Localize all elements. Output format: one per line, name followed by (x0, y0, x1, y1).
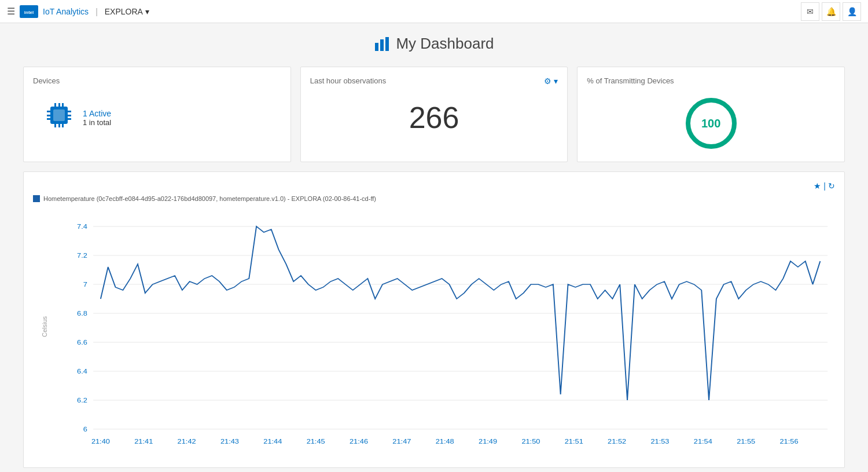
devices-card: Devices (23, 67, 291, 162)
svg-rect-14 (47, 115, 50, 116)
svg-rect-2 (375, 43, 378, 51)
transmitting-card-body: 100 (587, 94, 835, 152)
svg-text:21:56: 21:56 (779, 438, 798, 444)
observations-card-body: 266 (310, 94, 558, 141)
svg-rect-16 (68, 111, 71, 112)
svg-rect-18 (68, 118, 71, 120)
hamburger-icon[interactable]: ☰ (7, 6, 15, 17)
notifications-button[interactable]: 🔔 (822, 2, 840, 21)
svg-text:21:55: 21:55 (737, 438, 755, 444)
svg-text:21:45: 21:45 (307, 438, 325, 444)
active-count: 1 Active (83, 109, 111, 118)
pipe-separator: | (823, 181, 826, 191)
svg-rect-7 (54, 103, 56, 107)
chart-panel-header: ★ | ↻ (33, 181, 835, 191)
chip-icon (45, 101, 73, 135)
svg-rect-10 (54, 124, 56, 127)
account-dropdown-icon: ▾ (145, 7, 149, 16)
transmitting-card: % of Transmitting Devices 100 (577, 67, 845, 162)
svg-text:21:42: 21:42 (178, 438, 196, 444)
user-button[interactable]: 👤 (843, 2, 861, 21)
account-selector[interactable]: EXPLORA ▾ (105, 7, 149, 16)
legend-color-box (33, 195, 40, 202)
svg-text:7.2: 7.2 (77, 253, 87, 258)
svg-text:21:49: 21:49 (479, 438, 497, 444)
page-title-container: My Dashboard (23, 35, 845, 53)
devices-card-body: 1 Active 1 in total (33, 94, 281, 141)
svg-text:21:54: 21:54 (694, 438, 713, 444)
chart-panel: ★ | ↻ Hometemperature (0c7ecbff-e084-4d9… (23, 171, 845, 468)
donut-label: 100 (701, 117, 720, 130)
header-left: ☰ intel IoT Analytics | EXPLORA ▾ (7, 5, 801, 18)
chart-wrapper: Celsius 7.4 7.2 7 6.8 6.6 6.4 6.2 6 (56, 209, 835, 458)
app-title: IoT Analytics (43, 7, 89, 16)
svg-text:6.2: 6.2 (77, 397, 87, 403)
header-separator: | (95, 7, 98, 16)
svg-text:6.6: 6.6 (77, 339, 87, 345)
star-icon[interactable]: ★ (814, 181, 821, 191)
page-title: My Dashboard (23, 35, 845, 53)
svg-rect-9 (62, 103, 64, 107)
svg-text:intel: intel (24, 10, 34, 15)
header-icons: ✉ 🔔 👤 (801, 2, 861, 21)
refresh-icon[interactable]: ↻ (828, 181, 835, 191)
svg-rect-6 (53, 109, 65, 121)
observations-card-header: Last hour observations ⚙ ▾ (310, 76, 558, 94)
devices-card-title: Devices (33, 76, 281, 85)
svg-text:21:47: 21:47 (392, 438, 411, 444)
svg-text:21:53: 21:53 (650, 438, 669, 444)
svg-rect-8 (58, 103, 60, 107)
svg-rect-13 (47, 111, 50, 112)
y-axis-label: Celsius (41, 316, 48, 337)
chart-legend: Hometemperature (0c7ecbff-e084-4d95-a022… (33, 195, 835, 202)
svg-text:21:46: 21:46 (350, 438, 368, 444)
observations-value: 266 (310, 100, 558, 135)
svg-text:6.8: 6.8 (77, 310, 87, 316)
observations-card: Last hour observations ⚙ ▾ 266 (300, 67, 568, 162)
main-content: My Dashboard Devices (0, 23, 868, 472)
svg-rect-4 (385, 37, 389, 51)
donut-chart: 100 (682, 94, 740, 152)
intel-logo: intel (20, 5, 38, 18)
svg-text:6.4: 6.4 (77, 368, 87, 374)
svg-text:21:48: 21:48 (436, 438, 454, 444)
svg-text:7: 7 (83, 281, 87, 287)
svg-text:21:51: 21:51 (565, 438, 583, 444)
svg-rect-17 (68, 115, 71, 116)
svg-text:21:44: 21:44 (263, 438, 282, 444)
chart-panel-icons: ★ | ↻ (814, 181, 835, 191)
legend-text: Hometemperature (0c7ecbff-e084-4d95-a022… (43, 195, 376, 202)
svg-text:21:43: 21:43 (220, 438, 239, 444)
transmitting-card-title: % of Transmitting Devices (587, 76, 835, 85)
svg-text:21:40: 21:40 (91, 438, 110, 444)
device-info: 1 Active 1 in total (83, 109, 111, 127)
chart-svg: 7.4 7.2 7 6.8 6.6 6.4 6.2 6 21:40 21:41 … (56, 209, 835, 458)
account-name: EXPLORA (105, 7, 143, 16)
svg-text:6: 6 (83, 426, 87, 432)
gear-icon[interactable]: ⚙ ▾ (544, 76, 558, 86)
svg-text:21:52: 21:52 (608, 438, 626, 444)
cards-row: Devices (23, 67, 845, 162)
svg-rect-3 (380, 39, 384, 51)
svg-rect-11 (58, 124, 60, 127)
observations-card-title: Last hour observations (310, 76, 387, 85)
svg-rect-12 (62, 124, 64, 127)
svg-rect-15 (47, 118, 50, 120)
svg-text:21:50: 21:50 (521, 438, 540, 444)
svg-text:21:41: 21:41 (134, 438, 153, 444)
header: ☰ intel IoT Analytics | EXPLORA ▾ ✉ 🔔 👤 (0, 0, 868, 23)
dashboard-chart-icon (374, 36, 390, 52)
mail-button[interactable]: ✉ (801, 2, 819, 21)
total-count: 1 in total (83, 118, 111, 127)
svg-text:7.4: 7.4 (77, 224, 87, 229)
